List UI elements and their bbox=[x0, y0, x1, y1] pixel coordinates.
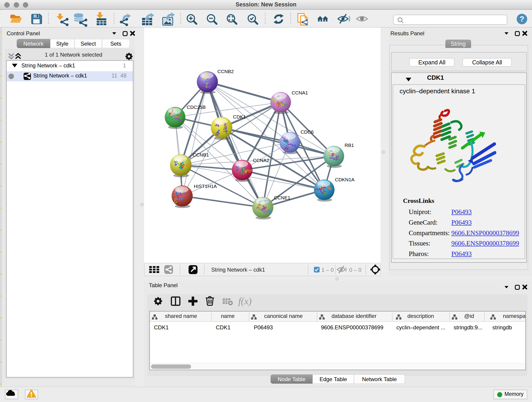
svg-text:f(x): f(x) bbox=[238, 296, 252, 307]
svg-text:1 – 0: 1 – 0 bbox=[322, 267, 334, 273]
svg-text:?: ? bbox=[520, 14, 525, 23]
svg-text:0 – 0: 0 – 0 bbox=[349, 267, 361, 273]
